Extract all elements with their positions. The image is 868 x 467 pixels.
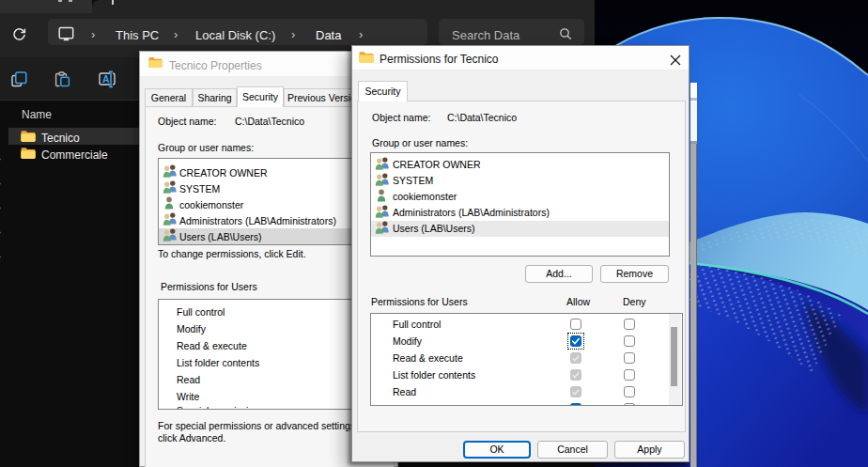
svg-text:A: A [102, 73, 110, 85]
